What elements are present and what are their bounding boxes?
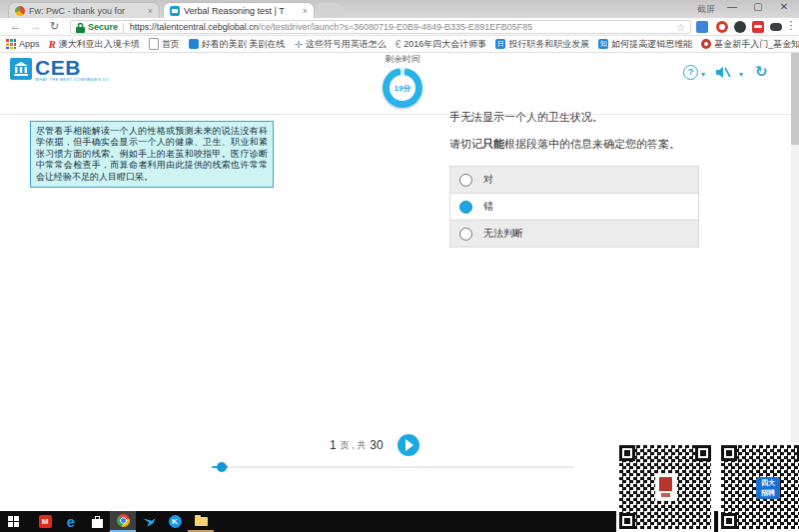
screen: Fw: PwC - thank you for × Verbal Reasoni… — [0, 0, 799, 532]
bookmark-item[interactable]: 首页 — [149, 38, 180, 51]
bookmark-star-icon[interactable]: ☆ — [676, 22, 685, 33]
bookmark-item[interactable]: €2016年四大会计师事 — [396, 38, 487, 51]
tab-title: Fw: PwC - thank you for — [29, 6, 144, 16]
timer-value: 19分 — [390, 75, 415, 101]
extension-icon-pill[interactable] — [770, 23, 782, 31]
extension-icon-red[interactable] — [752, 21, 764, 33]
play-icon — [405, 439, 413, 451]
mail-favicon — [15, 6, 25, 16]
bookmark-item[interactable]: 好看的美剧 美剧在线 — [189, 38, 286, 51]
euro-icon: € — [396, 39, 401, 50]
logo-tagline: WHAT THE BEST COMPANIES DO — [35, 77, 109, 82]
bookmark-item[interactable]: 基金新手入门_基金知 — [701, 38, 799, 51]
radio-icon[interactable] — [459, 174, 472, 187]
taskbar-edge[interactable]: e — [58, 511, 84, 532]
audio-muted-icon[interactable] — [715, 65, 731, 83]
window-profile-label: 截屏 — [697, 3, 715, 16]
chevron-down-icon[interactable]: ▾ — [701, 70, 705, 79]
blue-square-icon — [189, 39, 199, 49]
tab-mail[interactable]: Fw: PwC - thank you for × — [8, 2, 160, 18]
scrollbar-thumb[interactable] — [791, 53, 799, 145]
page-icon — [149, 38, 159, 50]
bookmark-apps[interactable]: Apps — [6, 39, 40, 49]
next-page-button[interactable] — [398, 434, 419, 456]
logo-text: CEB — [35, 58, 109, 77]
mail-icon: M — [39, 515, 52, 528]
browser-titlebar: Fw: PwC - thank you for × Verbal Reasoni… — [0, 0, 799, 18]
instruction-text: 请切记只能根据段落中的信息来确定您的答案。 — [449, 137, 749, 152]
new-tab-button[interactable] — [316, 3, 347, 17]
radio-icon[interactable] — [459, 228, 472, 241]
option-false[interactable]: 错 — [449, 194, 699, 221]
forward-icon: → — [30, 20, 41, 33]
red-seal-logo — [655, 473, 677, 501]
windows-logo-icon — [8, 516, 19, 527]
url-text: https://talentcentral.cebglobal.cn/ce/te… — [130, 22, 533, 32]
bookmark-item[interactable]: 知如何提高逻辑思维能 — [598, 38, 692, 51]
tab-title: Verbal Reasoning test | T — [184, 6, 299, 16]
ceb-logo: CEB WHAT THE BEST COMPANIES DO — [10, 58, 109, 82]
bookmark-item[interactable]: 日投行职务和职业发展 — [495, 38, 589, 51]
progress-slider-track[interactable] — [215, 466, 574, 468]
taskbar-explorer[interactable] — [188, 511, 214, 532]
cross-icon: ✛ — [294, 39, 302, 50]
minimize-icon[interactable]: — — [721, 1, 743, 12]
red-circle-icon — [701, 39, 711, 49]
back-icon[interactable]: ← — [10, 20, 21, 33]
option-cannot-say[interactable]: 无法判断 — [449, 221, 699, 248]
pagination: 1 页 , 共 30 — [330, 434, 419, 456]
progress-slider-thumb[interactable] — [217, 462, 227, 472]
start-button[interactable] — [0, 511, 26, 532]
taskbar-store[interactable] — [84, 511, 110, 532]
help-icon[interactable]: ? — [683, 65, 698, 80]
big-four-badge: 四大招聘 — [756, 477, 780, 499]
taskbar-mail-app[interactable]: M — [32, 511, 58, 532]
url-separator: | — [122, 22, 125, 33]
timer-ring: 19分 — [383, 68, 422, 108]
taskbar-kugou[interactable]: K — [162, 511, 188, 532]
qr-finder — [721, 513, 737, 529]
thunder-bird-icon — [142, 515, 157, 529]
qr-finder — [619, 445, 635, 461]
reload-icon[interactable]: ↻ — [50, 20, 59, 33]
ceb-favicon — [170, 6, 180, 16]
tab-close-icon[interactable]: × — [148, 6, 153, 16]
store-icon — [92, 519, 103, 528]
qr-code-right: 四大招聘 — [718, 442, 799, 532]
address-bar[interactable]: Secure | https://talentcentral.cebglobal… — [70, 20, 691, 34]
close-icon[interactable]: ✕ — [773, 1, 795, 12]
padlock-icon — [76, 22, 85, 33]
taskbar-chrome[interactable] — [110, 511, 136, 532]
radio-icon-selected[interactable] — [459, 201, 472, 214]
answer-options: 对 错 无法判断 — [449, 166, 699, 248]
option-true[interactable]: 对 — [449, 167, 699, 194]
page-current: 1 — [330, 438, 337, 452]
extension-icon-dark[interactable] — [734, 21, 746, 33]
ceb-logo-icon — [10, 58, 32, 80]
tab-verbal-reasoning[interactable]: Verbal Reasoning test | T × — [163, 2, 315, 18]
bookmark-item[interactable]: ✛这些符号用英语怎么 — [294, 38, 386, 51]
bookmark-item[interactable]: R澳大利亚出入境卡填 — [49, 38, 140, 51]
restart-icon[interactable]: ↻ — [755, 63, 768, 81]
edge-icon: e — [67, 513, 75, 530]
qr-finder — [721, 445, 737, 461]
taskbar-thunder[interactable] — [136, 511, 162, 532]
folder-icon — [195, 517, 208, 526]
ri-icon: 日 — [495, 39, 505, 49]
timer: 剩余时间 19分 — [363, 53, 442, 108]
qr-finder — [695, 445, 711, 461]
r-icon: R — [49, 38, 56, 50]
timer-label: 剩余时间 — [363, 53, 442, 66]
maximize-icon[interactable]: ▢ — [747, 1, 769, 12]
chrome-menu-icon[interactable]: ⋮ — [785, 19, 797, 32]
extension-icon-red-ring[interactable] — [716, 21, 728, 33]
question-statement: 手无法显示一个人的卫生状况。 — [449, 110, 749, 125]
k-circle-icon: K — [169, 515, 182, 528]
qr-finder — [619, 513, 635, 529]
url-path: /ce/testdriver/launch?s=36080719-E0B9-48… — [259, 22, 532, 32]
tab-close-icon[interactable]: × — [303, 6, 308, 16]
extension-icon-blue[interactable] — [696, 21, 708, 33]
chrome-icon — [117, 514, 130, 527]
instruction-bold: 只能 — [482, 138, 504, 150]
chevron-down-icon[interactable]: ▾ — [739, 70, 743, 79]
